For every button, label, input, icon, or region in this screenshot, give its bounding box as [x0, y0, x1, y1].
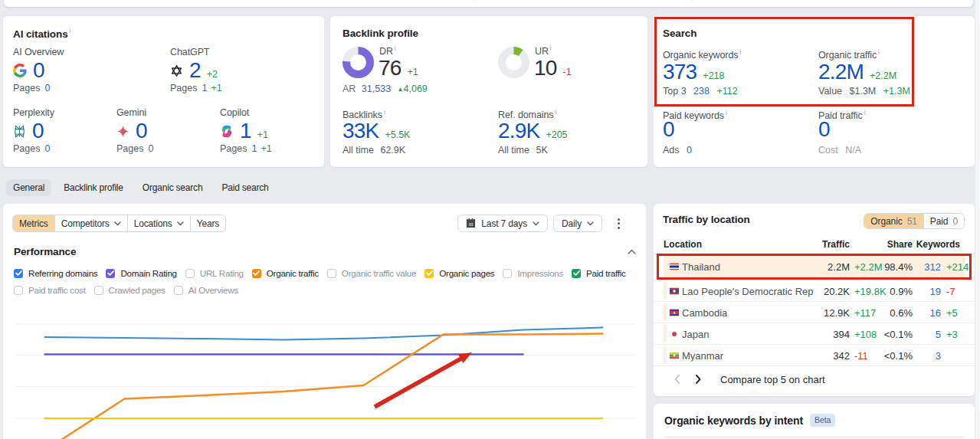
filter-segment-years[interactable]: Years — [191, 215, 226, 231]
location-name[interactable]: Lao People's Democratic Republic — [682, 285, 814, 296]
traffic-value: 20.2K — [824, 285, 850, 296]
organic-traffic-label: Organic traffici — [818, 48, 880, 61]
ai-metric-value[interactable]: 0 — [32, 120, 44, 142]
info-icon[interactable]: i — [878, 48, 880, 56]
keywords-value[interactable]: 312 — [924, 261, 941, 273]
info-icon[interactable]: i — [384, 108, 385, 116]
metric-checkbox-label: Impressions — [517, 268, 563, 278]
filter-segment-competitors[interactable]: Competitors — [55, 215, 128, 231]
location-row-cambodia[interactable]: Cambodia12.9K+1170.6%16+5 — [654, 302, 975, 323]
pager-previous-icon[interactable] — [672, 374, 683, 385]
info-icon[interactable]: i — [864, 109, 866, 116]
toggle-organic[interactable]: Organic51 — [864, 214, 923, 228]
ads-value[interactable]: 0 — [687, 145, 692, 156]
tab-general[interactable]: General — [6, 179, 51, 196]
location-name[interactable]: Japan — [682, 328, 709, 339]
compare-top5-link[interactable]: Compare top 5 on chart — [720, 374, 825, 385]
top3-value[interactable]: 238 — [693, 86, 710, 97]
info-icon[interactable]: i — [395, 44, 396, 52]
column-header-location[interactable]: Location — [664, 239, 702, 250]
backlink-profile-title: Backlink profile — [343, 28, 418, 39]
metric-checkbox-organic-pages[interactable]: Organic pages — [424, 268, 494, 278]
organic-keywords-value-row: 373 +218 — [663, 61, 724, 83]
filter-segment-metrics[interactable]: Metrics — [13, 215, 55, 231]
filter-segment-label: Years — [197, 218, 220, 229]
toggle-paid[interactable]: Paid0 — [923, 214, 964, 228]
pages-value[interactable]: 0 — [148, 143, 153, 154]
pages-value[interactable]: 0 — [44, 143, 50, 154]
location-row-laos[interactable]: Lao People's Democratic Republic20.2K+19… — [654, 280, 975, 302]
chevron-down-icon — [114, 221, 121, 226]
backlinks-value[interactable]: 33K — [343, 120, 379, 142]
location-name[interactable]: Cambodia — [682, 306, 727, 318]
metric-checkbox-label: Paid traffic cost — [28, 285, 86, 295]
ref-domains-change: +205 — [546, 129, 567, 142]
pages-value[interactable]: 1 — [202, 83, 207, 93]
pages-value[interactable]: 1 — [251, 143, 257, 154]
ai-citations-title: AI citationsi — [13, 27, 70, 40]
pages-label: Pages — [116, 143, 143, 154]
check-icon — [573, 270, 580, 276]
keywords-value[interactable]: 16 — [930, 306, 941, 318]
pages-value[interactable]: 0 — [44, 83, 50, 93]
metric-checkbox-paid-traffic-cost[interactable]: Paid traffic cost — [14, 285, 86, 295]
ai-metric-value[interactable]: 0 — [33, 60, 44, 81]
tab-paid-search[interactable]: Paid search — [215, 179, 275, 196]
date-range-button[interactable]: Last 7 days — [457, 215, 548, 232]
info-icon[interactable]: i — [70, 27, 71, 34]
ai-metric-label: Copilot — [220, 107, 249, 118]
keywords-value[interactable]: 19 — [930, 285, 941, 296]
ai-metric-label: ChatGPT — [170, 47, 209, 57]
paid-keywords-value[interactable]: 0 — [663, 119, 674, 140]
ai-metric-value[interactable]: 1 — [240, 120, 251, 142]
ref-domains-value[interactable]: 2.9K — [498, 120, 539, 142]
ai-metric-value[interactable]: 0 — [136, 120, 147, 142]
performance-line-chart[interactable] — [0, 296, 646, 439]
metric-checkbox-paid-traffic[interactable]: Paid traffic — [572, 268, 625, 278]
search-title: Search — [663, 28, 696, 39]
metric-checkbox-organic-traffic-value[interactable]: Organic traffic value — [327, 268, 416, 278]
granularity-label: Daily — [562, 218, 582, 229]
organic-traffic-value[interactable]: 2.2M — [818, 61, 864, 83]
collapse-chevron-up-icon[interactable] — [628, 249, 636, 254]
metric-checkbox-ai-overviews[interactable]: AI Overviews — [174, 285, 238, 295]
location-row-myanmar[interactable]: Myanmar342-11<0.1%3 — [654, 345, 975, 366]
column-header-keywords[interactable]: Keywords — [916, 239, 960, 250]
keywords-value[interactable]: 3 — [936, 349, 941, 361]
granularity-button[interactable]: Daily — [553, 215, 602, 232]
organic-keywords-value[interactable]: 373 — [663, 61, 696, 83]
metric-checkbox-url-rating[interactable]: URL Rating — [185, 268, 244, 278]
ahrefs-rank-value[interactable]: 31,533 — [362, 84, 391, 94]
column-header-share[interactable]: Share — [887, 239, 913, 250]
info-icon[interactable]: i — [550, 44, 552, 52]
scrollbar-track[interactable] — [975, 0, 980, 439]
metric-checkbox-crawled-pages[interactable]: Crawled pages — [94, 285, 166, 295]
paid-traffic-value[interactable]: 0 — [818, 119, 830, 140]
info-icon[interactable]: i — [739, 48, 741, 56]
location-name[interactable]: Myanmar — [682, 349, 723, 361]
ai-metric-value-row: 2+2 — [170, 60, 218, 81]
tab-backlink-profile[interactable]: Backlink profile — [57, 179, 130, 196]
top-strip-divider — [476, 0, 477, 1]
location-name[interactable]: Thailand — [682, 261, 720, 273]
location-row-japan[interactable]: Japan394+108<0.1%5+3 — [654, 323, 975, 345]
tab-organic-search[interactable]: Organic search — [136, 179, 210, 196]
more-options-kebab-icon[interactable] — [612, 215, 624, 232]
traffic-change: +117 — [854, 306, 876, 318]
paid-traffic-value-row: 0 — [818, 119, 830, 140]
ai-metric-label: Gemini — [116, 107, 146, 118]
metric-checkbox-domain-rating[interactable]: Domain Rating — [106, 268, 176, 278]
filter-segment-locations[interactable]: Locations — [128, 215, 191, 231]
keywords-value[interactable]: 5 — [936, 328, 941, 339]
column-header-traffic[interactable]: Traffic — [822, 239, 850, 250]
metric-checkbox-referring-domains[interactable]: Referring domains — [14, 268, 97, 278]
info-icon[interactable]: i — [726, 109, 727, 116]
info-icon[interactable]: i — [555, 108, 556, 116]
location-row-thailand[interactable]: Thailand2.2M+2.2M98.4%312+214 — [654, 254, 975, 280]
metric-checkbox-impressions[interactable]: Impressions — [503, 268, 563, 278]
ai-metric-value[interactable]: 2 — [189, 60, 201, 81]
check-icon — [426, 270, 433, 276]
pager-next-icon[interactable] — [693, 374, 703, 385]
ai-metric-pages-row: Pages0 — [13, 143, 50, 154]
metric-checkbox-organic-traffic[interactable]: Organic traffic — [252, 268, 319, 278]
